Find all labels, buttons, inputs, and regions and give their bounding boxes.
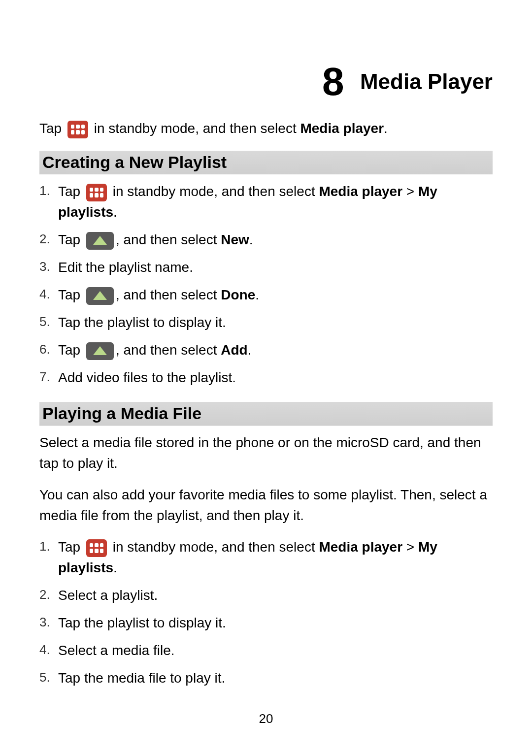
text: . bbox=[113, 204, 117, 220]
text: . bbox=[113, 560, 117, 575]
apps-grid-icon bbox=[86, 184, 107, 201]
text: Tap the playlist to display it. bbox=[58, 615, 226, 630]
step-item: Tap , and then select Add. bbox=[39, 340, 493, 361]
document-page: 8 Media Player Tap in standby mode, and … bbox=[0, 0, 532, 689]
step-item: Select a media file. bbox=[39, 640, 493, 661]
text: Edit the playlist name. bbox=[58, 260, 193, 275]
chapter-title: Media Player bbox=[360, 69, 493, 94]
text: > bbox=[402, 184, 418, 199]
text-bold: Media player bbox=[319, 539, 402, 555]
text: Tap the playlist to display it. bbox=[58, 315, 226, 330]
text-bold: Add bbox=[221, 342, 247, 358]
text: Select a media file. bbox=[58, 643, 175, 658]
section-heading-creating: Creating a New Playlist bbox=[39, 151, 493, 174]
text: . bbox=[248, 342, 252, 358]
section-heading-playing: Playing a Media File bbox=[39, 402, 493, 426]
text-bold: Media player bbox=[319, 184, 402, 199]
step-item: Select a playlist. bbox=[39, 585, 493, 606]
apps-grid-icon bbox=[86, 539, 107, 557]
text-bold: Media player bbox=[300, 121, 384, 136]
step-item: Edit the playlist name. bbox=[39, 257, 493, 278]
step-item: Tap , and then select New. bbox=[39, 230, 493, 250]
text: Tap bbox=[58, 342, 84, 358]
text: Tap bbox=[39, 121, 66, 136]
step-item: Add video files to the playlist. bbox=[39, 367, 493, 388]
chapter-number: 8 bbox=[322, 59, 344, 104]
step-item: Tap , and then select Done. bbox=[39, 285, 493, 305]
text: Select a playlist. bbox=[58, 588, 158, 603]
step-item: Tap in standby mode, and then select Med… bbox=[39, 181, 493, 223]
text: , and then select bbox=[116, 342, 221, 358]
steps-creating-playlist: Tap in standby mode, and then select Med… bbox=[39, 181, 493, 388]
text: in standby mode, and then select bbox=[113, 184, 319, 199]
intro-paragraph: Tap in standby mode, and then select Med… bbox=[39, 118, 493, 139]
text: . bbox=[384, 121, 388, 136]
step-item: Tap the playlist to display it. bbox=[39, 312, 493, 333]
text-bold: Done bbox=[221, 287, 255, 302]
text-bold: New bbox=[221, 232, 249, 247]
menu-triangle-icon bbox=[86, 232, 114, 250]
step-item: Tap in standby mode, and then select Med… bbox=[39, 537, 493, 578]
text: > bbox=[402, 539, 418, 555]
menu-triangle-icon bbox=[86, 287, 114, 305]
steps-playing-media: Tap in standby mode, and then select Med… bbox=[39, 537, 493, 689]
text: Tap bbox=[58, 184, 84, 199]
paragraph: You can also add your favorite media fil… bbox=[39, 485, 493, 526]
text: . bbox=[249, 232, 253, 247]
text: in standby mode, and then select bbox=[113, 539, 319, 555]
chapter-header: 8 Media Player bbox=[39, 59, 493, 104]
step-item: Tap the playlist to display it. bbox=[39, 613, 493, 633]
text: , and then select bbox=[116, 287, 221, 302]
menu-triangle-icon bbox=[86, 342, 114, 360]
text: Tap bbox=[58, 287, 84, 302]
text: Tap bbox=[58, 232, 84, 247]
text: . bbox=[255, 287, 259, 302]
text: , and then select bbox=[116, 232, 221, 247]
text: Tap bbox=[58, 539, 84, 555]
apps-grid-icon bbox=[67, 121, 88, 138]
text: Tap the media file to play it. bbox=[58, 670, 225, 686]
text: Add video files to the playlist. bbox=[58, 370, 236, 385]
step-item: Tap the media file to play it. bbox=[39, 668, 493, 689]
page-number: 20 bbox=[0, 711, 532, 726]
text: in standby mode, and then select bbox=[94, 121, 300, 136]
paragraph: Select a media file stored in the phone … bbox=[39, 432, 493, 474]
